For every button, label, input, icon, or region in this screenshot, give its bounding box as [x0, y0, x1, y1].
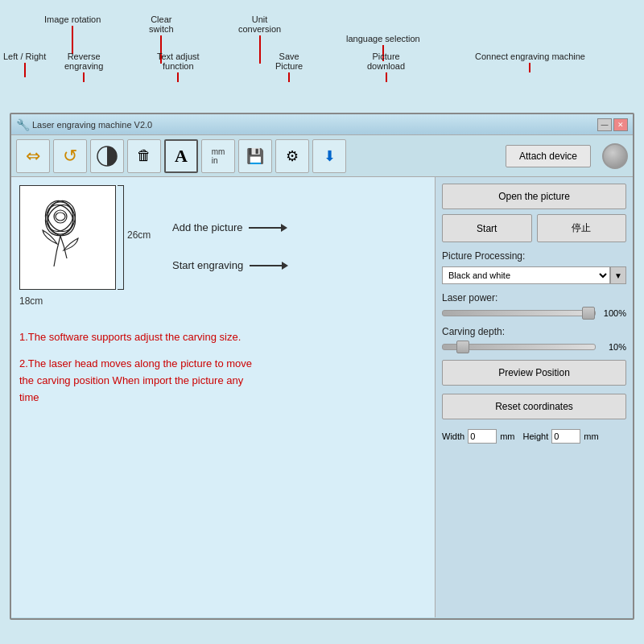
title-bar-buttons: — ✕ — [597, 118, 628, 131]
rotation-button[interactable]: ↺ — [53, 139, 87, 173]
height-unit: mm — [584, 431, 598, 441]
clear-button[interactable]: 🗑 — [127, 139, 161, 173]
height-label: Height — [522, 431, 548, 441]
width-dimension: 18cm — [19, 295, 427, 307]
close-button[interactable]: ✕ — [613, 118, 628, 131]
anno-image-rotation: Image rotation — [44, 14, 101, 56]
anno-text-adjust: Text adjustfunction — [157, 52, 200, 84]
carving-depth-slider-row: 10% — [442, 342, 626, 352]
stop-button[interactable]: 停止 — [537, 214, 627, 242]
open-picture-button[interactable]: Open the picture — [442, 184, 626, 209]
left-panel: 26cm 18cm Add the picture Start engravin… — [11, 177, 436, 617]
svg-point-2 — [41, 196, 80, 240]
anno-left-right: Left / Right — [3, 52, 46, 79]
attach-device-button[interactable]: Attach device — [506, 145, 591, 167]
main-window: 🔧 Laser engraving machine V2.0 — ✕ ⇔ ↺ 🗑… — [10, 113, 634, 620]
anno-reverse-engraving: Reverseengraving — [64, 52, 103, 84]
add-picture-label: Add the picture — [172, 221, 242, 233]
laser-power-label: Laser power: — [442, 292, 626, 303]
anno-save-picture: SavePicture — [275, 52, 303, 84]
start-stop-row: Start 停止 — [442, 214, 626, 242]
picture-processing-row: Black and white ▼ — [442, 266, 626, 284]
info-line-1: 1.The software supports adjust the carvi… — [19, 331, 427, 343]
start-engraving-row: Start engraving — [172, 259, 282, 271]
download-button[interactable]: ⬇ — [312, 139, 346, 173]
settings-button[interactable]: ⚙ — [275, 139, 309, 173]
width-label: Width — [442, 431, 464, 441]
title-bar: 🔧 Laser engraving machine V2.0 — ✕ — [11, 114, 633, 135]
carving-depth-slider[interactable] — [442, 344, 596, 350]
svg-point-1 — [41, 196, 80, 240]
laser-power-value: 100% — [601, 308, 626, 318]
window-title: Laser engraving machine V2.0 — [32, 120, 597, 130]
rose-image — [20, 186, 101, 283]
content-area: 26cm 18cm Add the picture Start engravin… — [11, 177, 633, 617]
toolbar: ⇔ ↺ 🗑 A mmin 💾 ⚙ ⬇ Attach device — [11, 135, 633, 177]
info-text: 1.The software supports adjust the carvi… — [19, 331, 427, 406]
picture-processing-label: Picture Processing: — [442, 250, 626, 262]
reverse-button[interactable] — [90, 139, 124, 173]
right-panel: Open the picture Start 停止 Picture Proces… — [436, 177, 633, 617]
info-line-2: 2.The laser head moves along the picture… — [19, 356, 427, 406]
picture-processing-select[interactable]: Black and white — [442, 266, 610, 284]
save-button[interactable]: 💾 — [238, 139, 272, 173]
anno-connect-engraving: Connect engraving machine — [475, 52, 585, 74]
anno-picture-download: Picturedownload — [367, 52, 405, 84]
svg-point-5 — [43, 200, 79, 237]
svg-point-7 — [56, 213, 65, 221]
start-button[interactable]: Start — [442, 214, 532, 242]
left-right-button[interactable]: ⇔ — [16, 139, 50, 173]
reset-coordinates-button[interactable]: Reset coordinates — [442, 394, 626, 419]
dropdown-arrow[interactable]: ▼ — [610, 266, 626, 284]
start-engraving-label: Start engraving — [172, 259, 243, 271]
add-picture-row: Add the picture — [172, 221, 281, 233]
anno-language-selection: language selection — [346, 34, 420, 63]
height-input[interactable] — [551, 429, 580, 444]
laser-power-slider-row: 100% — [442, 308, 626, 318]
canvas-area — [19, 185, 116, 290]
anno-unit-conversion: Unitconversion — [238, 14, 281, 65]
height-dimension: 26cm — [127, 229, 151, 241]
carving-depth-value: 10% — [601, 342, 626, 352]
power-led — [602, 143, 628, 169]
preview-position-button[interactable]: Preview Position — [442, 360, 626, 386]
carving-depth-label: Carving depth: — [442, 326, 626, 337]
minimize-button[interactable]: — — [597, 118, 612, 131]
text-button[interactable]: A — [164, 139, 198, 173]
anno-clear-switch: Clearswitch — [149, 14, 174, 65]
height-bracket — [118, 185, 124, 290]
app-icon: 🔧 — [16, 118, 29, 131]
laser-power-slider[interactable] — [442, 310, 596, 316]
unit-button[interactable]: mmin — [201, 139, 235, 173]
width-input[interactable] — [468, 429, 497, 444]
dimensions-row: Width mm Height mm — [442, 429, 626, 444]
width-unit: mm — [500, 431, 514, 441]
